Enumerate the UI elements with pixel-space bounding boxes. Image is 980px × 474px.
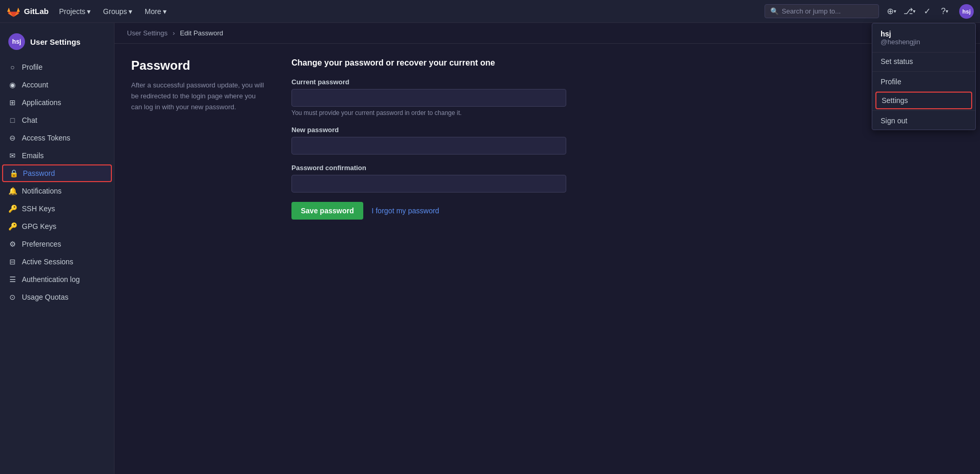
sidebar-navigation: ○ Profile ◉ Account ⊞ Applications □ Cha… <box>0 58 114 306</box>
sidebar-item-ssh-keys[interactable]: 🔑 SSH Keys <box>0 200 114 217</box>
gitlab-logo[interactable]: GitLab <box>6 4 49 19</box>
sidebar-header: hsj User Settings <box>0 29 114 58</box>
current-password-hint: You must provide your current password i… <box>291 109 566 117</box>
top-navigation: GitLab Projects ▾ Groups ▾ More ▾ 🔍 Sear… <box>0 0 980 23</box>
chat-icon: □ <box>8 116 17 124</box>
forgot-password-link[interactable]: I forgot my password <box>372 207 439 215</box>
sessions-icon: ⊟ <box>8 258 17 266</box>
settings-link[interactable]: Settings <box>875 92 972 109</box>
topnav-icon-group: ⊕ ▾ ⎇ ▾ ✓ ? ▾ <box>883 3 953 20</box>
merge-request-icon: ⎇ <box>903 6 913 16</box>
current-password-group: Current password You must provide your c… <box>291 78 566 117</box>
todo-icon: ✓ <box>924 6 931 16</box>
password-confirmation-input[interactable] <box>291 175 566 193</box>
user-avatar-button[interactable]: hsj <box>959 4 974 19</box>
chevron-down-icon: ▾ <box>894 8 896 14</box>
breadcrumb-separator: › <box>173 29 175 37</box>
gpg-key-icon: 🔑 <box>8 222 17 230</box>
main-content: User Settings › Edit Password Password A… <box>114 23 980 474</box>
help-button[interactable]: ? ▾ <box>936 3 953 20</box>
plus-icon: ⊕ <box>887 6 894 16</box>
new-password-input[interactable] <box>291 137 566 155</box>
email-icon: ✉ <box>8 151 17 160</box>
new-password-label: New password <box>291 126 566 134</box>
sign-out-button[interactable]: Sign out <box>872 112 975 130</box>
password-confirmation-label: Password confirmation <box>291 164 566 172</box>
chevron-down-icon: ▾ <box>87 7 91 16</box>
nav-projects[interactable]: Projects ▾ <box>55 5 95 18</box>
sidebar-item-profile[interactable]: ○ Profile <box>0 58 114 76</box>
key-icon: 🔑 <box>8 204 17 213</box>
sidebar-item-preferences[interactable]: ⚙ Preferences <box>0 235 114 253</box>
nav-more[interactable]: More ▾ <box>141 5 171 18</box>
account-icon: ◉ <box>8 81 17 89</box>
breadcrumb-parent-link[interactable]: User Settings <box>127 29 168 37</box>
search-icon: 🔍 <box>770 7 779 15</box>
search-bar[interactable]: 🔍 Search or jump to... <box>765 4 879 18</box>
dropdown-username: hsj <box>881 30 967 38</box>
password-form: Change your password or recover your cur… <box>291 58 566 220</box>
new-item-button[interactable]: ⊕ ▾ <box>883 3 900 20</box>
dropdown-divider <box>872 71 975 72</box>
lock-icon: 🔒 <box>9 169 18 177</box>
sidebar-item-password[interactable]: 🔒 Password <box>2 164 112 182</box>
nav-groups[interactable]: Groups ▾ <box>99 5 136 18</box>
sidebar-item-applications[interactable]: ⊞ Applications <box>0 94 114 111</box>
token-icon: ⊖ <box>8 134 17 142</box>
chevron-down-icon: ▾ <box>163 7 167 16</box>
sidebar-item-active-sessions[interactable]: ⊟ Active Sessions <box>0 253 114 271</box>
chevron-down-icon: ▾ <box>129 7 132 16</box>
sidebar: hsj User Settings ○ Profile ◉ Account ⊞ … <box>0 23 114 474</box>
dropdown-divider-2 <box>872 110 975 111</box>
todos-button[interactable]: ✓ <box>919 3 935 20</box>
sidebar-item-emails[interactable]: ✉ Emails <box>0 147 114 164</box>
sidebar-item-notifications[interactable]: 🔔 Notifications <box>0 182 114 200</box>
profile-link[interactable]: Profile <box>872 73 975 91</box>
chevron-down-icon: ▾ <box>913 8 915 14</box>
sidebar-item-account[interactable]: ◉ Account <box>0 76 114 94</box>
page-title: Password <box>131 58 266 73</box>
save-password-button[interactable]: Save password <box>291 202 363 220</box>
chevron-down-icon: ▾ <box>946 8 948 14</box>
sidebar-item-gpg-keys[interactable]: 🔑 GPG Keys <box>0 217 114 235</box>
sidebar-item-usage-quotas[interactable]: ⊙ Usage Quotas <box>0 288 114 306</box>
password-confirmation-group: Password confirmation <box>291 164 566 193</box>
current-password-input[interactable] <box>291 89 566 107</box>
form-section-title: Change your password or recover your cur… <box>291 58 566 68</box>
bell-icon: 🔔 <box>8 187 17 195</box>
applications-icon: ⊞ <box>8 98 17 107</box>
current-password-label: Current password <box>291 78 566 86</box>
log-icon: ☰ <box>8 275 17 284</box>
page-description: After a successful password update, you … <box>131 80 266 112</box>
preferences-icon: ⚙ <box>8 240 17 248</box>
page-content: Password After a successful password upd… <box>114 44 583 234</box>
page-layout: hsj User Settings ○ Profile ◉ Account ⊞ … <box>0 23 980 474</box>
sidebar-item-chat[interactable]: □ Chat <box>0 111 114 129</box>
content-description: Password After a successful password upd… <box>131 58 266 220</box>
user-dropdown: hsj @heshengjin Set status Profile Setti… <box>872 23 976 130</box>
new-password-group: New password <box>291 126 566 155</box>
dropdown-user-info: hsj @heshengjin <box>872 23 975 53</box>
breadcrumb-current: Edit Password <box>180 29 223 37</box>
sidebar-item-access-tokens[interactable]: ⊖ Access Tokens <box>0 129 114 147</box>
sidebar-user-avatar: hsj <box>8 33 25 50</box>
user-icon: ○ <box>8 63 17 71</box>
quota-icon: ⊙ <box>8 293 17 301</box>
form-actions: Save password I forgot my password <box>291 202 566 220</box>
sidebar-title: User Settings <box>30 37 81 46</box>
help-icon: ? <box>941 7 946 16</box>
merge-requests-button[interactable]: ⎇ ▾ <box>901 3 918 20</box>
set-status-button[interactable]: Set status <box>872 53 975 70</box>
dropdown-handle: @heshengjin <box>881 38 967 46</box>
sidebar-item-auth-log[interactable]: ☰ Authentication log <box>0 271 114 288</box>
breadcrumb: User Settings › Edit Password <box>114 23 980 44</box>
